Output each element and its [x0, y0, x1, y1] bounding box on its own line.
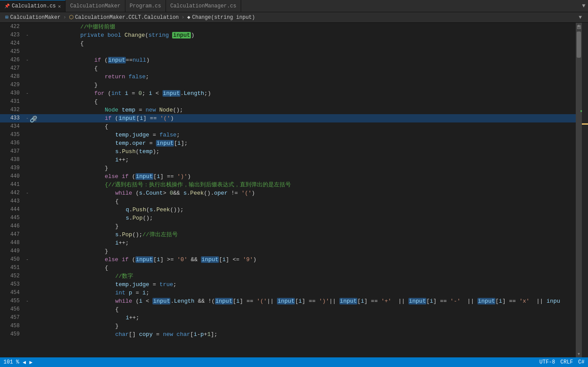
tab-calculation-cs[interactable]: 📌 Calculation.cs ✕	[0, 0, 66, 12]
line-number: 425	[0, 48, 24, 56]
fold-icon[interactable]: -	[24, 89, 31, 98]
scroll-down-button[interactable]: ▼	[576, 351, 582, 357]
code-scroll[interactable]: 422 //中缀转前缀 423 - private bool Change(st…	[0, 23, 576, 357]
line-number: 449	[0, 247, 24, 255]
close-icon[interactable]: ✕	[58, 3, 61, 9]
breadcrumb-label: CalculationMaker.CCLT.Calculation	[75, 14, 179, 21]
tab-pin-icon: 📌	[4, 3, 10, 9]
class-icon: ⬡	[69, 14, 73, 21]
line-number: 422	[0, 23, 24, 31]
fold-icon[interactable]: -	[24, 189, 31, 197]
line-number: 429	[0, 81, 24, 89]
line-number: 442	[0, 189, 24, 197]
method-icon: ◆	[187, 14, 190, 21]
line-number: 432	[0, 106, 24, 114]
status-info: UTF-8	[540, 359, 555, 365]
line-number: 443	[0, 197, 24, 206]
code-area: 422 //中缀转前缀 423 - private bool Change(st…	[0, 23, 588, 357]
tab-program-cs[interactable]: Program.cs	[125, 0, 166, 12]
line-number: 451	[0, 264, 24, 272]
tab-bar: 📌 Calculation.cs ✕ CalculationMaker Prog…	[0, 0, 588, 12]
line-number: 454	[0, 289, 24, 297]
line-number: 458	[0, 322, 24, 330]
line-number: 436	[0, 139, 24, 147]
line-content: char[] copy = new char[i-p+1];	[31, 322, 576, 347]
breadcrumb-label: CalculationMaker	[10, 14, 60, 21]
line-number: 435	[0, 131, 24, 139]
split-editor-button[interactable]: ⊞	[577, 23, 581, 31]
line-number: 423	[0, 31, 24, 39]
line-number: 438	[0, 156, 24, 164]
line-424: 424 {	[0, 39, 576, 48]
line-number: 448	[0, 239, 24, 247]
line-number: 430	[0, 89, 24, 98]
scroll-right-button[interactable]: ▶	[29, 359, 32, 366]
zoom-level[interactable]: 101 %	[3, 359, 19, 365]
breadcrumb-sep-1: ›	[62, 14, 67, 21]
fold-icon[interactable]: -	[24, 255, 31, 264]
tab-calculationmanager-cs[interactable]: CalculationManager.cs	[166, 0, 241, 12]
line-number: 453	[0, 280, 24, 289]
line-number: 426	[0, 56, 24, 64]
status-bar: 101 % ◀ ▶ UTF-8 CRLF C#	[0, 357, 588, 367]
status-crlf: CRLF	[560, 359, 573, 365]
line-459: 459 char[] copy = new char[i-p+1];	[0, 330, 576, 339]
line-number: 457	[0, 314, 24, 322]
line-number: 428	[0, 73, 24, 81]
line-number: 459	[0, 330, 24, 339]
line-number: 456	[0, 305, 24, 314]
line-number: 455	[0, 297, 24, 305]
window-icon: ⊞	[5, 14, 8, 21]
line-number: 452	[0, 272, 24, 280]
line-number: 437	[0, 147, 24, 156]
line-number: 434	[0, 122, 24, 131]
tab-label: CalculationMaker	[70, 3, 120, 9]
breadcrumb-method[interactable]: ◆ Change(string input)	[186, 14, 257, 21]
breadcrumb-sep-2: ›	[180, 14, 185, 21]
line-number: 441	[0, 181, 24, 189]
line-number: 446	[0, 222, 24, 231]
breadcrumb-calculationmaker[interactable]: ⊞ CalculationMaker	[3, 14, 62, 21]
line-number: 433	[0, 114, 24, 122]
tab-dropdown-button[interactable]: ▼	[579, 3, 588, 9]
status-language: C#	[578, 359, 585, 365]
line-number: 447	[0, 231, 24, 239]
line-number: 427	[0, 64, 24, 73]
editor-container: 422 //中缀转前缀 423 - private bool Change(st…	[0, 23, 588, 357]
line-number: 424	[0, 39, 24, 48]
scroll-left-button[interactable]: ◀	[23, 359, 26, 366]
scrollbar-thumb[interactable]	[577, 31, 581, 58]
code-lines: 422 //中缀转前缀 423 - private bool Change(st…	[0, 23, 576, 339]
line-number: 440	[0, 172, 24, 181]
tab-label: Program.cs	[130, 3, 161, 9]
fold-icon[interactable]: -	[24, 31, 31, 39]
tab-label: Calculation.cs	[12, 3, 56, 9]
tab-calculationmaker[interactable]: CalculationMaker	[66, 0, 125, 12]
breadcrumb-label: Change(string input)	[192, 14, 255, 21]
line-number: 445	[0, 214, 24, 222]
ruler-marker-current	[582, 123, 588, 125]
tab-label: CalculationManager.cs	[170, 3, 236, 9]
breadcrumb-class[interactable]: ⬡ CalculationMaker.CCLT.Calculation	[67, 14, 181, 21]
line-number: 439	[0, 164, 24, 172]
breadcrumb-bar: ⊞ CalculationMaker › ⬡ CalculationMaker.…	[0, 12, 588, 23]
line-number: 450	[0, 255, 24, 264]
breadcrumb-dropdown[interactable]: ▼	[576, 14, 585, 21]
fold-icon[interactable]: -	[24, 297, 31, 305]
scrollbar-vertical[interactable]: ▲ ▼	[576, 23, 582, 357]
overview-ruler	[582, 23, 588, 357]
fold-icon[interactable]: -	[24, 56, 31, 64]
line-number: 444	[0, 206, 24, 214]
line-number: 431	[0, 98, 24, 106]
